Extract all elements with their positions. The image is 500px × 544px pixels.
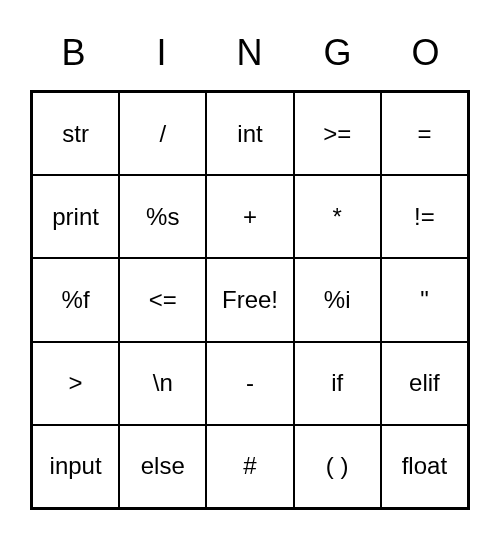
bingo-cell[interactable]: \n xyxy=(119,342,206,425)
bingo-cell[interactable]: %s xyxy=(119,175,206,258)
bingo-card: B I N G O str / int >= = print %s + * !=… xyxy=(30,20,470,510)
bingo-cell-free[interactable]: Free! xyxy=(206,258,293,341)
bingo-cell[interactable]: if xyxy=(294,342,381,425)
bingo-cell[interactable]: / xyxy=(119,92,206,175)
bingo-cell[interactable]: " xyxy=(381,258,468,341)
bingo-cell[interactable]: int xyxy=(206,92,293,175)
bingo-cell[interactable]: %f xyxy=(32,258,119,341)
bingo-cell[interactable]: %i xyxy=(294,258,381,341)
bingo-grid: str / int >= = print %s + * != %f <= Fre… xyxy=(30,90,470,510)
bingo-cell[interactable]: >= xyxy=(294,92,381,175)
bingo-cell[interactable]: <= xyxy=(119,258,206,341)
header-n: N xyxy=(206,20,294,90)
bingo-cell[interactable]: input xyxy=(32,425,119,508)
bingo-cell[interactable]: > xyxy=(32,342,119,425)
bingo-cell[interactable]: print xyxy=(32,175,119,258)
bingo-cell[interactable]: - xyxy=(206,342,293,425)
header-i: I xyxy=(118,20,206,90)
header-o: O xyxy=(382,20,470,90)
bingo-cell[interactable]: = xyxy=(381,92,468,175)
bingo-header-row: B I N G O xyxy=(30,20,470,90)
bingo-cell[interactable]: ( ) xyxy=(294,425,381,508)
bingo-cell[interactable]: elif xyxy=(381,342,468,425)
bingo-cell[interactable]: != xyxy=(381,175,468,258)
bingo-cell[interactable]: # xyxy=(206,425,293,508)
bingo-cell[interactable]: else xyxy=(119,425,206,508)
bingo-cell[interactable]: + xyxy=(206,175,293,258)
bingo-cell[interactable]: * xyxy=(294,175,381,258)
bingo-cell[interactable]: float xyxy=(381,425,468,508)
bingo-cell[interactable]: str xyxy=(32,92,119,175)
header-b: B xyxy=(30,20,118,90)
header-g: G xyxy=(294,20,382,90)
